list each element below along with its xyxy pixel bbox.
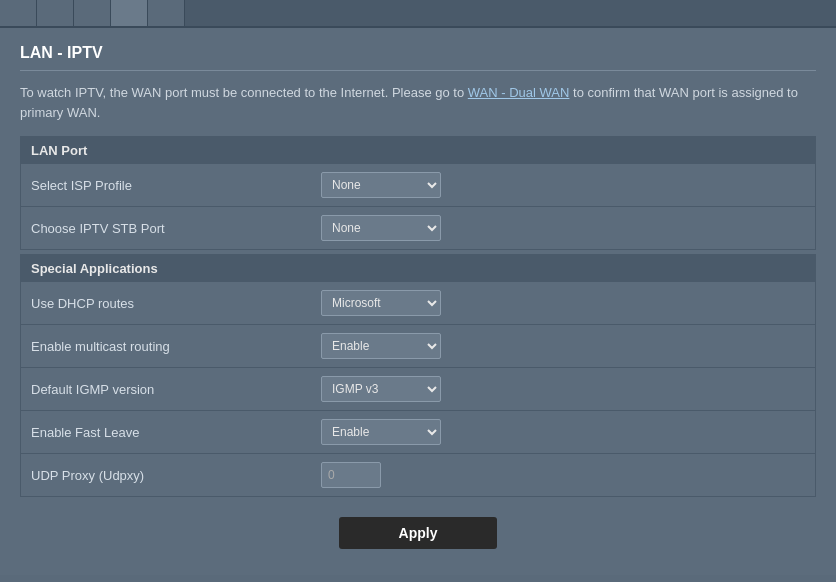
apply-row: Apply [20, 501, 816, 559]
info-text: To watch IPTV, the WAN port must be conn… [20, 83, 816, 122]
fast-leave-row: Enable Fast Leave Enable Disable [21, 411, 815, 454]
udp-proxy-label: UDP Proxy (Udpxy) [31, 468, 321, 483]
lan-port-header: LAN Port [21, 137, 815, 164]
page-container: LAN - IPTV To watch IPTV, the WAN port m… [0, 0, 836, 575]
iptv-stb-port-select[interactable]: None [321, 215, 441, 241]
dhcp-routes-row: Use DHCP routes Microsoft None Custom [21, 282, 815, 325]
iptv-stb-port-row: Choose IPTV STB Port None [21, 207, 815, 249]
igmp-version-label: Default IGMP version [31, 382, 321, 397]
lan-port-section: LAN Port Select ISP Profile None Choose … [20, 136, 816, 250]
tab-1[interactable] [0, 0, 37, 26]
special-applications-section: Special Applications Use DHCP routes Mic… [20, 254, 816, 497]
page-title: LAN - IPTV [20, 44, 816, 71]
isp-profile-row: Select ISP Profile None [21, 164, 815, 207]
dhcp-routes-label: Use DHCP routes [31, 296, 321, 311]
wan-dual-wan-link[interactable]: WAN - Dual WAN [468, 85, 570, 100]
tab-bar [0, 0, 836, 28]
multicast-routing-select[interactable]: Enable Disable [321, 333, 441, 359]
iptv-stb-port-label: Choose IPTV STB Port [31, 221, 321, 236]
lan-port-body: Select ISP Profile None Choose IPTV STB … [21, 164, 815, 249]
dhcp-routes-select[interactable]: Microsoft None Custom [321, 290, 441, 316]
tab-5[interactable] [148, 0, 185, 26]
udp-proxy-input[interactable] [321, 462, 381, 488]
igmp-version-select[interactable]: IGMP v3 IGMP v2 IGMP v1 [321, 376, 441, 402]
info-text-part1: To watch IPTV, the WAN port must be conn… [20, 85, 468, 100]
isp-profile-select[interactable]: None [321, 172, 441, 198]
tab-3[interactable] [74, 0, 111, 26]
fast-leave-label: Enable Fast Leave [31, 425, 321, 440]
special-applications-body: Use DHCP routes Microsoft None Custom En… [21, 282, 815, 496]
apply-button[interactable]: Apply [339, 517, 498, 549]
igmp-version-row: Default IGMP version IGMP v3 IGMP v2 IGM… [21, 368, 815, 411]
tab-4[interactable] [111, 0, 148, 26]
isp-profile-label: Select ISP Profile [31, 178, 321, 193]
tab-2[interactable] [37, 0, 74, 26]
multicast-routing-label: Enable multicast routing [31, 339, 321, 354]
fast-leave-select[interactable]: Enable Disable [321, 419, 441, 445]
content-area: LAN - IPTV To watch IPTV, the WAN port m… [0, 28, 836, 575]
udp-proxy-row: UDP Proxy (Udpxy) [21, 454, 815, 496]
multicast-routing-row: Enable multicast routing Enable Disable [21, 325, 815, 368]
special-applications-header: Special Applications [21, 255, 815, 282]
